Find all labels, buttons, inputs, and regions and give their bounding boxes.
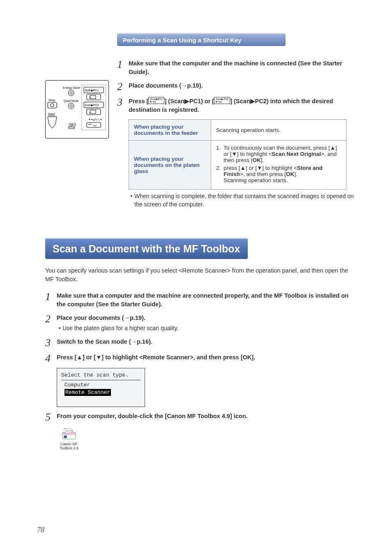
svg-text:Stop: Stop: [48, 98, 55, 102]
step-number: 1: [117, 59, 129, 76]
step-1b: 1 Make sure that a computer and the mach…: [45, 291, 355, 309]
fragment: Scanning operation starts.: [224, 177, 288, 183]
fragment: Press [: [129, 98, 148, 104]
svg-marker-4: [48, 117, 57, 128]
step-3: 3 Press [Scan▶PC1⇤▭] (Scan▶PC1) or [Scan…: [117, 97, 355, 114]
svg-point-9: [68, 103, 74, 109]
main-heading: Scan a Document with the MF Toolbox: [45, 238, 248, 259]
svg-rect-26: [64, 436, 67, 438]
lcd-display: Select the scan type. Computer Remote Sc…: [57, 368, 145, 407]
table-cell: 1. To continuously scan the document, pr…: [211, 141, 346, 190]
svg-text:Scan▶PC1: Scan▶PC1: [85, 89, 99, 92]
step-3b: 3 Switch to the Scan mode (→p.16).: [45, 338, 355, 348]
fragment-bold: Scan Next Original: [272, 151, 321, 157]
svg-text:⁕✦⁎↻♭♭✦: ⁕✦⁎↻♭♭✦: [88, 118, 102, 121]
svg-rect-16: [87, 94, 101, 100]
table-row: When placing your documents on the plate…: [129, 141, 346, 190]
step-1: 1 Make sure that the computer and the ma…: [117, 59, 355, 76]
step-number: 4: [45, 353, 57, 364]
note-bullet: • When scanning is complete, the folder …: [129, 192, 355, 209]
svg-rect-21: [90, 110, 96, 113]
svg-rect-20: [87, 109, 101, 115]
table-header-cell: When placing your documents on the plate…: [129, 141, 211, 190]
fragment: press [▲] or [▼] to highlight <: [224, 165, 297, 171]
section-title: Performing a Scan Using a Shortcut Key: [117, 33, 286, 46]
svg-point-6: [68, 90, 74, 96]
page-number: 78: [37, 526, 44, 534]
page: Stop Start Energy Saver Quiet Mode ((ṗ))…: [0, 0, 392, 555]
content-column: Performing a Scan Using a Shortcut Key 1…: [117, 33, 355, 450]
lcd-line: Computer: [65, 382, 90, 388]
step-number: 1: [45, 291, 57, 309]
step-4b: 4 Press [▲] or [▼] to highlight <Remote …: [45, 353, 355, 364]
intro-text: You can specify various scan settings if…: [45, 266, 355, 284]
fragment-bold: OK: [253, 157, 261, 163]
device-panel-diagram: Stop Start Energy Saver Quiet Mode ((ṗ))…: [45, 80, 109, 139]
step-number: 2: [117, 81, 129, 92]
svg-rect-22: [87, 123, 101, 127]
scan-pc2-key-icon: Scan▶PC2⇤▭: [214, 97, 230, 104]
step-text: Place your documents (→p.19).: [57, 314, 145, 321]
sub-text: Use the platen glass for a higher scan q…: [62, 324, 178, 332]
step-text: Place documents (→p.19).: [129, 82, 203, 89]
step-text: Press [Scan▶PC1⇤▭] (Scan▶PC1) or [Scan▶P…: [129, 98, 333, 113]
step-number: 5: [45, 412, 57, 423]
table-cell: Scanning operation starts.: [211, 120, 346, 141]
svg-point-10: [70, 105, 72, 107]
icon-label: Toolbox 4.9: [57, 446, 81, 451]
svg-text:Quiet Mode: Quiet Mode: [64, 99, 78, 103]
table-header-cell: When placing your documents in the feede…: [129, 120, 211, 141]
svg-text:Scan▶PC2: Scan▶PC2: [85, 104, 99, 106]
fragment: ].: [294, 171, 297, 177]
step-text: Make sure that a computer and the machin…: [57, 292, 348, 308]
svg-point-7: [70, 92, 72, 94]
step-text: From your computer, double-click the [Ca…: [57, 413, 248, 419]
fragment-bold: OK: [286, 171, 294, 177]
placement-table: When placing your documents in the feede…: [129, 119, 346, 190]
svg-rect-1: [48, 102, 57, 108]
step-5b: 5 From your computer, double-click the […: [45, 412, 355, 423]
step-text: Make sure that the computer and the mach…: [129, 60, 342, 75]
fragment: ] (Scan▶PC1) or [: [164, 98, 214, 104]
lcd-line-highlighted: Remote Scanner: [65, 389, 111, 396]
toolbox-icon: Canon MF Toolbox 4.9: [57, 427, 81, 451]
step-2b: 2 Place your documents (→p.19). •Use the…: [45, 314, 355, 332]
fragment: >, and then press [: [240, 171, 286, 177]
svg-text:((ṗ)): ((ṗ)): [69, 123, 76, 127]
lcd-line: Select the scan type.: [61, 372, 141, 379]
step-2: 2 Place documents (→p.19).: [117, 81, 355, 92]
step-text: Press [▲] or [▼] to highlight <Remote Sc…: [57, 354, 255, 361]
svg-rect-12: [69, 127, 74, 129]
step-number: 3: [117, 97, 129, 114]
fragment: ].: [261, 157, 264, 163]
svg-rect-17: [90, 95, 96, 99]
step-number: 3: [45, 338, 57, 348]
step-number: 2: [45, 314, 57, 332]
note-text: When scanning is complete, the folder th…: [134, 192, 355, 209]
table-row: When placing your documents in the feede…: [129, 120, 346, 141]
svg-text:Energy Saver: Energy Saver: [63, 86, 81, 90]
scan-pc1-key-icon: Scan▶PC1⇤▭: [148, 97, 164, 104]
svg-text:Start: Start: [48, 112, 55, 116]
step-text: Switch to the Scan mode (→p.16).: [57, 338, 152, 345]
